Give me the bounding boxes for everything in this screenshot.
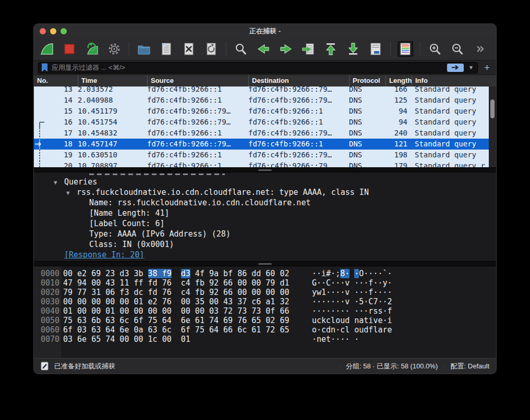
auto-scroll-icon[interactable] — [368, 41, 383, 57]
cell-length: 125 — [386, 95, 412, 106]
hex-row[interactable]: 002079 77 31 06 f3 dc fd 76 c4 fb 92 66 … — [34, 288, 496, 297]
packet-row[interactable]: 1610.451754fd76:c4fb:9266::79…fd76:c4fb:… — [34, 117, 489, 128]
find-packet-icon[interactable] — [233, 41, 249, 57]
column-header-source[interactable]: Source — [147, 75, 248, 87]
ascii-bytes[interactable]: uckcloud native·i — [312, 316, 392, 325]
hex-bytes[interactable]: 79 77 31 06 f3 dc fd 76 c4 fb 92 66 00 0… — [63, 288, 293, 297]
zoom-in-icon[interactable] — [427, 41, 443, 57]
detail-line[interactable]: Type: AAAA (IPv6 Address) (28) — [34, 229, 496, 239]
detail-line[interactable]: [Label Count: 6] — [34, 218, 496, 229]
detail-line-link[interactable]: [Response In: 20] — [34, 250, 496, 260]
toolbar-separator — [420, 42, 420, 56]
capture-stop-icon[interactable] — [62, 41, 77, 57]
hex-row[interactable]: 007003 6e 65 74 00 00 1c 00 01·net···· · — [34, 335, 496, 344]
cell-length: 94 — [386, 117, 412, 128]
ascii-bytes[interactable]: ·······v ·5·C7··2 — [312, 297, 392, 306]
hex-row[interactable]: 000000 e2 69 23 d3 3b 38 f9 d3 4f 9a bf … — [34, 269, 496, 278]
last-packet-icon[interactable] — [345, 41, 361, 57]
hex-bytes[interactable]: 01 00 00 01 00 00 00 00 00 00 03 72 73 7… — [63, 306, 293, 316]
expert-info-icon[interactable] — [41, 362, 49, 370]
details-hex-splitter[interactable] — [34, 261, 496, 266]
detail-line[interactable]: Class: IN (0x0001) — [34, 239, 496, 250]
first-packet-icon[interactable] — [323, 41, 339, 57]
detail-line[interactable]: ▼rss.fuckcloudnative.io.cdn.cloudflare.n… — [34, 187, 496, 197]
window-title: 正在捕获 - — [249, 27, 281, 36]
expand-arrow-icon[interactable]: ▼ — [54, 178, 64, 187]
detail-line[interactable]: Name: rss.fuckcloudnative.io.cdn.cloudfl… — [34, 197, 496, 208]
packet-row[interactable]: 2010.708897fd76:c4fb:9266::1fd76:c4fb:92… — [34, 160, 489, 167]
next-packet-icon[interactable] — [278, 41, 294, 57]
apply-filter-button[interactable] — [447, 64, 464, 72]
detail-text: Type: AAAA (IPv6 Address) (28) — [89, 229, 231, 239]
column-header-destination[interactable]: Destination — [248, 75, 349, 87]
zoom-out-icon[interactable] — [450, 41, 465, 57]
ascii-bytes[interactable]: o·cdn·cl oudflare — [312, 325, 392, 335]
close-window-button[interactable] — [40, 28, 46, 34]
display-filter-input[interactable]: 应用显示过滤器 ... <⌘/> ▼ — [38, 62, 478, 73]
hex-bytes[interactable]: 75 63 6b 63 6c 6f 75 64 6e 61 74 69 76 6… — [63, 316, 293, 325]
ascii-bytes[interactable]: ·net···· · — [312, 335, 359, 344]
wireshark-window: 正在捕获 - 应用显示过滤器 ... <⌘/> ▼ + No.TimeSourc… — [33, 23, 497, 374]
column-header-info[interactable]: Info — [412, 75, 496, 87]
close-capture-icon[interactable] — [181, 41, 197, 57]
hex-offset: 0020 — [34, 288, 61, 297]
hex-row[interactable]: 001047 94 00 43 11 ff fd 76 c4 fb 92 66 … — [34, 278, 496, 288]
goto-packet-icon[interactable] — [300, 41, 316, 57]
cell-no: 20 — [44, 160, 78, 167]
hex-bytes[interactable]: 03 6e 65 74 00 00 1c 00 01 — [63, 335, 293, 344]
list-details-splitter[interactable] — [34, 167, 496, 172]
related-packet-mark — [34, 95, 44, 106]
title-bar[interactable]: 正在捕获 - — [34, 24, 496, 38]
profile-text[interactable]: 配置: Default — [451, 362, 489, 371]
ascii-bytes[interactable]: ··i#·;8· ·O····`· — [312, 269, 392, 278]
expand-arrow-icon[interactable]: ▼ — [66, 188, 77, 197]
hex-row[interactable]: 004001 00 00 01 00 00 00 00 00 00 03 72 … — [34, 306, 496, 316]
detail-line[interactable]: ▼Queries — [34, 177, 496, 187]
reload-capture-icon[interactable] — [203, 41, 219, 57]
hex-offset: 0030 — [34, 297, 61, 306]
cell-no: 15 — [44, 106, 78, 117]
cell-info: Standard query — [412, 150, 489, 160]
scrollbar-thumb[interactable] — [490, 100, 495, 118]
packet-row-selected[interactable]: 1810.457147fd76:c4fb:9266::79…fd76:c4fb:… — [34, 139, 489, 150]
column-header-length[interactable]: Length — [386, 75, 412, 87]
column-header-protocol[interactable]: Protocol — [349, 75, 386, 87]
ascii-bytes[interactable]: G··C···v ···f··y· — [312, 278, 392, 288]
cell-destination: fd76:c4fb:9266::79… — [248, 150, 349, 160]
previous-packet-icon[interactable] — [256, 41, 271, 57]
cell-destination: fd76:c4fb:9266::79… — [248, 160, 349, 167]
capture-restart-icon[interactable] — [84, 41, 100, 57]
bookmark-icon[interactable] — [41, 63, 48, 72]
column-header-time[interactable]: Time — [78, 75, 147, 87]
fullscreen-window-button[interactable] — [61, 28, 67, 34]
ascii-bytes[interactable]: yw1····v ···f···· — [312, 288, 392, 297]
add-filter-button[interactable]: + — [482, 63, 492, 72]
save-capture-icon[interactable] — [159, 41, 174, 57]
hex-row[interactable]: 003000 00 00 00 00 01 e2 76 00 35 00 43 … — [34, 297, 496, 306]
capture-start-icon[interactable] — [39, 41, 55, 57]
packet-row[interactable]: 1510.451179fd76:c4fb:9266::79…fd76:c4fb:… — [34, 106, 489, 117]
packet-row[interactable]: 1710.454832fd76:c4fb:9266::1fd76:c4fb:92… — [34, 128, 489, 139]
colorize-packets-icon[interactable] — [397, 41, 413, 57]
packet-row[interactable]: 1910.630510fd76:c4fb:9266::1fd76:c4fb:92… — [34, 150, 489, 160]
hex-bytes[interactable]: 00 00 00 00 00 01 e2 76 00 35 00 43 37 c… — [63, 297, 293, 306]
minimize-window-button[interactable] — [50, 28, 56, 34]
cell-destination: fd76:c4fb:9266::79… — [248, 95, 349, 106]
detail-line[interactable]: [Name Length: 41] — [34, 208, 496, 218]
capture-options-icon[interactable] — [106, 41, 122, 57]
hex-row[interactable]: 005075 63 6b 63 6c 6f 75 64 6e 61 74 69 … — [34, 316, 496, 325]
hex-bytes[interactable]: 6f 03 63 64 6e 0a 63 6c 6f 75 64 66 6c 6… — [63, 325, 293, 335]
hex-bytes[interactable]: 00 e2 69 23 d3 3b 38 f9 d3 4f 9a bf 86 d… — [63, 269, 293, 278]
packet-row[interactable]: 132.033572fd76:c4fb:9266::1fd76:c4fb:926… — [34, 87, 489, 95]
overflow-chevrons-icon[interactable] — [472, 41, 488, 57]
hex-bytes[interactable]: 47 94 00 43 11 ff fd 76 c4 fb 92 66 00 0… — [63, 278, 293, 288]
hex-row[interactable]: 00606f 03 63 64 6e 0a 63 6c 6f 75 64 66 … — [34, 325, 496, 335]
ascii-bytes[interactable]: ········ ···rss·f — [312, 306, 392, 316]
cell-time: 2.040988 — [78, 95, 147, 106]
open-capture-icon[interactable] — [136, 41, 152, 57]
filter-dropdown-caret[interactable]: ▼ — [467, 65, 475, 70]
packet-row[interactable]: 142.040988fd76:c4fb:9266::1fd76:c4fb:926… — [34, 95, 489, 106]
detail-text: [Response In: 20] — [64, 250, 144, 260]
cell-destination: fd76:c4fb:9266::1 — [248, 117, 349, 128]
column-header-no[interactable]: No. — [34, 75, 78, 87]
